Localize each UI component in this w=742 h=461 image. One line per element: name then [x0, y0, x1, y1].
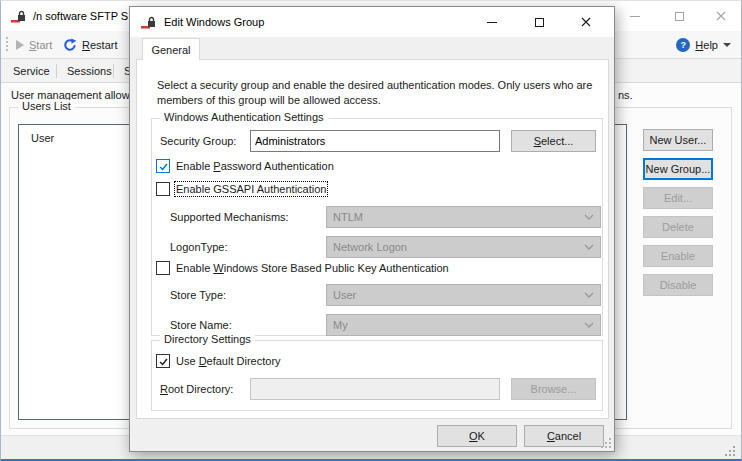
dialog-resize-grip-icon[interactable] [601, 438, 611, 448]
dialog-maximize-button[interactable] [525, 7, 553, 37]
chevron-down-icon [723, 43, 731, 47]
general-tabpage: Select a security group and enable the d… [136, 59, 609, 419]
enable-win-store-label[interactable]: Enable Windows Store Based Public Key Au… [176, 262, 449, 274]
chevron-down-icon [584, 322, 594, 328]
enable-label: Enable [661, 250, 695, 262]
directory-groupbox: Directory Settings Use Default Directory… [151, 340, 603, 411]
tab-service[interactable]: Service [3, 59, 60, 83]
logon-type-value: Network Logon [333, 241, 407, 253]
edit-label: Edit... [664, 192, 692, 204]
store-name-label: Store Name: [170, 319, 232, 331]
disable-button[interactable]: Disable [643, 274, 713, 296]
browse-button[interactable]: Browse... [511, 378, 596, 400]
new-user-button[interactable]: New User... [643, 129, 713, 151]
tab-sessions[interactable]: Sessions [57, 59, 122, 83]
help-label: Help [695, 39, 718, 51]
chevron-down-icon [584, 214, 594, 220]
new-user-label: New User... [650, 134, 707, 146]
enable-gssapi-checkbox[interactable] [156, 182, 170, 196]
main-close-button[interactable] [707, 1, 735, 31]
logon-type-label: LogonType: [170, 241, 228, 253]
tab-service-label: Service [13, 65, 50, 77]
store-type-value: User [333, 289, 356, 301]
screen: /n software SFTP S Start Restart ? Help … [0, 0, 742, 461]
help-button[interactable]: ? Help [676, 31, 731, 59]
dialog-description: Select a security group and enable the d… [157, 78, 607, 108]
resize-grip-icon[interactable] [725, 446, 735, 456]
start-button[interactable]: Start [16, 31, 52, 59]
enable-button[interactable]: Enable [643, 245, 713, 267]
dialog-titlebar: Edit Windows Group [130, 7, 614, 37]
cancel-label: Cancel [547, 430, 581, 442]
chevron-down-icon [584, 292, 594, 298]
browse-label: Browse... [531, 383, 577, 395]
dialog-close-button[interactable] [572, 7, 600, 37]
root-directory-label: Root Directory: [160, 383, 233, 395]
security-group-input[interactable] [250, 130, 500, 152]
main-window-title: /n software SFTP S [33, 10, 128, 22]
chevron-down-icon [584, 244, 594, 250]
edit-button[interactable]: Edit... [643, 187, 713, 209]
checkmark-icon [158, 356, 169, 367]
security-group-label: Security Group: [160, 135, 236, 147]
new-group-label: New Group... [646, 163, 711, 175]
help-icon: ? [676, 38, 690, 52]
store-name-value: My [333, 319, 348, 331]
users-list-group-label: Users List [18, 100, 75, 112]
ok-button[interactable]: OK [437, 425, 517, 447]
main-maximize-button[interactable] [665, 1, 693, 31]
windows-auth-groupbox: Windows Authentication Settings Security… [151, 118, 603, 336]
new-group-button[interactable]: New Group... [643, 158, 713, 180]
minimize-icon [487, 22, 497, 23]
dialog-title: Edit Windows Group [164, 16, 264, 28]
select-label: Select... [534, 135, 574, 147]
restart-label: Restart [82, 39, 117, 51]
play-icon [16, 40, 24, 50]
supported-mechanisms-value: NTLM [333, 211, 363, 223]
dialog-app-icon [141, 16, 157, 29]
tab-sessions-label: Sessions [67, 65, 112, 77]
tab-general[interactable]: General [142, 38, 200, 60]
delete-button[interactable]: Delete [643, 216, 713, 238]
close-icon [716, 11, 726, 21]
app-icon [11, 10, 27, 23]
user-management-text-right: ns. [618, 89, 633, 101]
enable-password-label[interactable]: Enable Password Authentication [176, 160, 334, 172]
ok-label: OK [469, 430, 485, 442]
delete-label: Delete [662, 221, 694, 233]
enable-win-store-checkbox[interactable] [156, 261, 170, 275]
use-default-directory-label[interactable]: Use Default Directory [176, 355, 281, 367]
users-column-header[interactable]: User [31, 132, 54, 144]
store-type-select[interactable]: User [326, 284, 601, 306]
start-label: Start [29, 39, 52, 51]
main-minimize-button[interactable] [621, 1, 649, 31]
maximize-icon [675, 12, 684, 21]
select-button[interactable]: Select... [511, 130, 596, 152]
restart-button[interactable]: Restart [63, 31, 117, 59]
disable-label: Disable [660, 279, 697, 291]
enable-password-checkbox[interactable] [156, 159, 170, 173]
dialog-minimize-button[interactable] [478, 7, 506, 37]
edit-windows-group-dialog: Edit Windows Group General Select a secu… [129, 6, 615, 452]
checkmark-icon [158, 161, 169, 172]
enable-gssapi-label[interactable]: Enable GSSAPI Authentication [176, 183, 326, 195]
use-default-directory-checkbox[interactable] [156, 354, 170, 368]
store-type-label: Store Type: [170, 289, 226, 301]
minimize-icon [630, 16, 640, 17]
root-directory-input[interactable] [250, 378, 500, 400]
tab-general-label: General [151, 44, 190, 56]
logon-type-select[interactable]: Network Logon [326, 236, 601, 258]
toolbar-grip[interactable] [6, 37, 8, 53]
directory-group-label: Directory Settings [160, 333, 255, 345]
windows-auth-group-label: Windows Authentication Settings [160, 111, 328, 123]
supported-mechanisms-label: Supported Mechanisms: [170, 211, 289, 223]
supported-mechanisms-select[interactable]: NTLM [326, 206, 601, 228]
cancel-button[interactable]: Cancel [524, 425, 604, 447]
maximize-icon [535, 18, 544, 27]
restart-icon [63, 38, 77, 52]
close-icon [581, 17, 591, 27]
store-name-select[interactable]: My [326, 314, 601, 336]
